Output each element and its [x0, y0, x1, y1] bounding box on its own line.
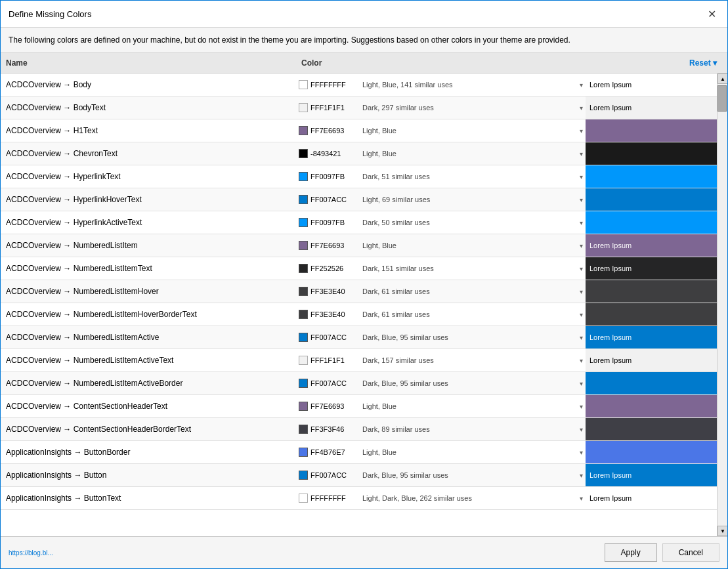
- row-color-cell[interactable]: FFFFFFFF Light, Blue, 141 similar uses ▾: [296, 79, 586, 91]
- color-swatch[interactable]: [299, 103, 308, 112]
- dropdown-arrow-icon[interactable]: ▾: [580, 104, 583, 112]
- row-color-cell[interactable]: FF7E6693 Light, Blue ▾: [296, 400, 586, 412]
- scroll-up-button[interactable]: ▲: [717, 74, 727, 84]
- row-color-cell[interactable]: FFF1F1F1 Dark, 157 similar uses ▾: [296, 354, 586, 366]
- color-hex: FFFFFFFF: [310, 81, 360, 89]
- row-color-cell[interactable]: FFF1F1F1 Dark, 297 similar uses ▾: [296, 102, 586, 114]
- color-swatch[interactable]: [299, 379, 308, 388]
- dropdown-arrow-icon[interactable]: ▾: [580, 403, 583, 410]
- row-color-cell[interactable]: FF252526 Dark, 151 similar uses ▾: [296, 263, 586, 274]
- row-color-cell[interactable]: FF7E6693 Light, Blue ▾: [296, 125, 586, 137]
- close-button[interactable]: ✕: [704, 6, 719, 22]
- color-swatch[interactable]: [299, 264, 308, 273]
- table-row: ACDCOverview → HyperlinkActiveText FF009…: [1, 211, 717, 234]
- color-swatch[interactable]: [299, 287, 308, 296]
- color-preview: Lorem Ipsum: [586, 234, 717, 257]
- color-swatch[interactable]: [299, 356, 308, 365]
- dropdown-arrow-icon[interactable]: ▾: [580, 495, 583, 502]
- row-color-cell[interactable]: FF3E3E40 Dark, 61 similar uses ▾: [296, 285, 586, 297]
- row-color-cell[interactable]: FF007ACC Dark, Blue, 95 similar uses ▾: [296, 469, 586, 481]
- color-swatch[interactable]: [299, 310, 308, 319]
- dropdown-arrow-icon[interactable]: ▾: [580, 449, 583, 456]
- color-info: Dark, Blue, 95 similar uses: [362, 379, 577, 387]
- dropdown-arrow-icon[interactable]: ▾: [580, 472, 583, 479]
- row-color-cell[interactable]: FF3E3E40 Dark, 61 similar uses ▾: [296, 308, 586, 320]
- row-name: ACDCOverview → ContentSectionHeaderBorde…: [1, 422, 296, 436]
- apply-button[interactable]: Apply: [605, 543, 657, 562]
- row-color-cell[interactable]: FF007ACC Dark, Blue, 95 similar uses ▾: [296, 377, 586, 389]
- color-info: Dark, 61 similar uses: [362, 310, 577, 318]
- row-color-cell[interactable]: FF4B76E7 Light, Blue ▾: [296, 446, 586, 458]
- dropdown-arrow-icon[interactable]: ▾: [580, 150, 583, 158]
- color-info: Dark, 51 similar uses: [362, 173, 577, 180]
- footer: https://blog.bl... Apply Cancel: [1, 536, 727, 568]
- color-swatch[interactable]: [299, 402, 308, 411]
- dropdown-arrow-icon[interactable]: ▾: [580, 219, 583, 226]
- dropdown-arrow-icon[interactable]: ▾: [580, 265, 583, 272]
- dropdown-arrow-icon[interactable]: ▾: [580, 127, 583, 135]
- dropdown-arrow-icon[interactable]: ▾: [580, 334, 583, 341]
- row-name: ApplicationInsights → ButtonText: [1, 491, 296, 505]
- dropdown-arrow-icon[interactable]: ▾: [580, 426, 583, 433]
- color-swatch[interactable]: [299, 126, 308, 135]
- row-name: ApplicationInsights → Button: [1, 468, 296, 482]
- color-preview: [586, 372, 717, 394]
- color-swatch[interactable]: [299, 241, 308, 250]
- color-info: Light, Blue: [362, 402, 577, 410]
- color-preview: [586, 142, 717, 165]
- table-container[interactable]: ACDCOverview → Body FFFFFFFF Light, Blue…: [1, 74, 717, 536]
- color-hex: FF007ACC: [310, 379, 360, 387]
- color-preview: Lorem Ipsum: [586, 326, 717, 348]
- dropdown-arrow-icon[interactable]: ▾: [580, 311, 583, 318]
- row-name: ACDCOverview → NumberedListItemHover: [1, 284, 296, 299]
- dialog-title: Define Missing Colors: [9, 9, 91, 19]
- table-row: ACDCOverview → NumberedListItemHoverBord…: [1, 303, 717, 326]
- color-swatch[interactable]: [299, 333, 308, 342]
- dropdown-arrow-icon[interactable]: ▾: [580, 81, 583, 89]
- row-color-cell[interactable]: FF3F3F46 Dark, 89 similar uses ▾: [296, 423, 586, 435]
- color-swatch[interactable]: [299, 195, 308, 204]
- scroll-down-button[interactable]: ▼: [717, 526, 727, 536]
- color-swatch[interactable]: [299, 425, 308, 434]
- row-color-cell[interactable]: FF0097FB Dark, 50 similar uses ▾: [296, 217, 586, 228]
- color-swatch[interactable]: [299, 172, 308, 181]
- color-info: Dark, 297 similar uses: [362, 104, 577, 112]
- color-swatch[interactable]: [299, 471, 308, 480]
- color-hex: FFFFFFFF: [310, 494, 360, 502]
- row-color-cell[interactable]: FF7E6693 Light, Blue ▾: [296, 240, 586, 251]
- color-swatch[interactable]: [299, 149, 308, 158]
- dropdown-arrow-icon[interactable]: ▾: [580, 242, 583, 249]
- description-text: The following colors are defined on your…: [1, 28, 727, 53]
- row-color-cell[interactable]: -8493421 Light, Blue ▾: [296, 148, 586, 159]
- dropdown-arrow-icon[interactable]: ▾: [580, 288, 583, 295]
- color-swatch[interactable]: [299, 494, 308, 503]
- color-swatch[interactable]: [299, 80, 308, 89]
- color-info: Light, Dark, Blue, 262 similar uses: [362, 494, 577, 502]
- color-info: Dark, 151 similar uses: [362, 264, 577, 272]
- row-name: ACDCOverview → NumberedListItemActiveBor…: [1, 376, 296, 390]
- dropdown-arrow-icon[interactable]: ▾: [580, 173, 583, 180]
- table-row: ACDCOverview → ContentSectionHeaderText …: [1, 395, 717, 418]
- color-preview: Lorem Ipsum: [586, 487, 717, 509]
- table-row: ACDCOverview → BodyText FFF1F1F1 Dark, 2…: [1, 96, 717, 119]
- dropdown-arrow-icon[interactable]: ▾: [580, 196, 583, 203]
- color-preview: [586, 441, 717, 463]
- row-color-cell[interactable]: FF007ACC Dark, Blue, 95 similar uses ▾: [296, 331, 586, 343]
- scrollbar[interactable]: ▲ ▼: [717, 74, 727, 536]
- row-name: ACDCOverview → Body: [1, 77, 296, 92]
- scroll-thumb[interactable]: [717, 85, 727, 112]
- color-swatch[interactable]: [299, 218, 308, 227]
- dropdown-arrow-icon[interactable]: ▾: [580, 357, 583, 364]
- color-swatch[interactable]: [299, 448, 308, 457]
- color-preview: Lorem Ipsum: [586, 74, 717, 96]
- dropdown-arrow-icon[interactable]: ▾: [580, 380, 583, 387]
- color-info: Light, Blue, 141 similar uses: [362, 81, 577, 89]
- row-color-cell[interactable]: FF007ACC Light, 69 similar uses ▾: [296, 194, 586, 205]
- row-color-cell[interactable]: FFFFFFFF Light, Dark, Blue, 262 similar …: [296, 492, 586, 504]
- col-header-reset[interactable]: Reset ▾: [662, 56, 727, 70]
- color-info: Dark, 89 similar uses: [362, 425, 577, 433]
- color-hex: FF007ACC: [310, 333, 360, 341]
- cancel-button[interactable]: Cancel: [662, 543, 719, 562]
- table-row: ACDCOverview → ContentSectionHeaderBorde…: [1, 418, 717, 441]
- row-color-cell[interactable]: FF0097FB Dark, 51 similar uses ▾: [296, 171, 586, 182]
